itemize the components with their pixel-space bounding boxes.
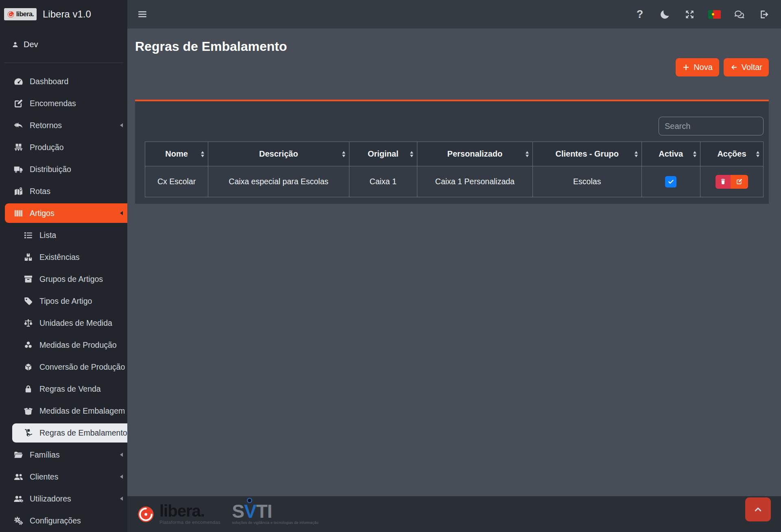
sidebar-item-tipos-de-artigo[interactable]: Tipos de Artigo (0, 290, 127, 312)
new-button[interactable]: Nova (676, 58, 719, 76)
sidebar-item-configuracoes[interactable]: Configurações (0, 510, 127, 532)
footer-libera-logo: libera. Plataforma de encomendas (136, 504, 220, 525)
footer-libera-tagline: Plataforma de encomendas (159, 520, 220, 525)
dark-mode-button[interactable] (659, 8, 671, 20)
sidebar-item-lista[interactable]: Lista (0, 224, 127, 246)
column-header-accoes[interactable]: Acções (700, 142, 763, 166)
sidebar-item-label: Retornos (30, 121, 62, 130)
sidebar-item-utilizadores[interactable]: Utilizadores (0, 488, 127, 510)
sidebar-item-unidades-de-medida[interactable]: Unidades de Medida (0, 312, 127, 334)
list-icon (23, 230, 33, 240)
box-archive-icon (23, 274, 33, 284)
users-icon (13, 472, 24, 482)
user-panel[interactable]: Dev (12, 39, 127, 50)
language-portugal-button[interactable] (708, 8, 721, 20)
sort-icon (201, 151, 204, 157)
sidebar-item-label: Produção (30, 143, 63, 152)
main-area: ? Regras de Embalamento Nova Voltar Nome… (127, 0, 781, 532)
sidebar-item-regras-de-embalamento[interactable]: Regras de Embalamento (12, 423, 127, 443)
back-button[interactable]: Voltar (724, 58, 769, 76)
sidebar-item-medidas-de-producao[interactable]: Medidas de Produção (0, 334, 127, 356)
sidebar-item-retornos[interactable]: Retornos (0, 114, 127, 136)
sidebar-item-producao[interactable]: Produção (0, 136, 127, 158)
chat-icon (734, 9, 745, 20)
cubes-icon (23, 340, 33, 350)
check-icon (667, 178, 675, 185)
rules-card: NomeDescriçãoOriginalPersonalizadoClient… (135, 100, 769, 204)
cell-activa (641, 166, 700, 197)
sidebar-item-label: Medidas de Produção (39, 340, 117, 350)
sort-icon (635, 151, 638, 157)
sidebar-item-label: Distribuição (30, 165, 71, 174)
column-header-clientes_grupo[interactable]: Clientes - Grupo (533, 142, 642, 166)
column-header-original[interactable]: Original (349, 142, 417, 166)
sidebar-item-clientes[interactable]: Clientes (0, 466, 127, 488)
sidebar-item-dashboard[interactable]: Dashboard (0, 70, 127, 92)
sidebar-item-label: Unidades de Medida (39, 318, 112, 328)
sidebar-item-conversao-de-producao[interactable]: Conversão de Produção (0, 356, 127, 378)
chevron-left-icon (120, 475, 123, 479)
footer-svti-logo: SVTI soluções de vigilância e tecnologia… (232, 504, 319, 525)
sidebar-item-rotas[interactable]: Rotas (0, 180, 127, 202)
arrow-left-icon (730, 63, 738, 71)
column-header-nome[interactable]: Nome (145, 142, 208, 166)
chevron-left-icon (120, 211, 123, 215)
sidebar-item-label: Rotas (30, 187, 50, 196)
cell-descricao: Caixa especial para Escolas (208, 166, 349, 197)
help-button[interactable]: ? (634, 8, 646, 20)
sidebar-item-label: Utilizadores (30, 494, 71, 504)
pallet-icon (13, 142, 24, 153)
column-header-personalizado[interactable]: Personalizado (417, 142, 532, 166)
hamburger-icon (137, 9, 148, 20)
libera-logo-text: libera. (16, 11, 34, 18)
box-open-icon (23, 406, 33, 416)
sidebar-item-label: Regras de Embalamento (39, 428, 127, 438)
sidebar-item-grupos-de-artigos[interactable]: Grupos de Artigos (0, 268, 127, 290)
sidebar-item-label: Medidas de Embalagem (39, 406, 125, 416)
chat-button[interactable] (733, 8, 746, 20)
footer-libera-text: libera. (159, 504, 220, 518)
sidebar-item-artigos[interactable]: Artigos (5, 203, 127, 223)
search-row (145, 117, 764, 135)
plus-icon (682, 63, 690, 71)
column-header-label: Descrição (259, 149, 298, 158)
search-input[interactable] (659, 117, 764, 135)
sort-icon (693, 151, 696, 157)
fullscreen-button[interactable] (683, 8, 696, 20)
app-title: Libera v1.0 (43, 9, 91, 20)
sidebar-item-existencias[interactable]: Existências (0, 246, 127, 268)
sort-icon (526, 151, 529, 157)
column-header-label: Clientes - Grupo (555, 149, 619, 158)
sidebar-item-regras-de-venda[interactable]: Regras de Venda (0, 378, 127, 400)
active-checkbox[interactable] (665, 176, 676, 188)
cell-original: Caixa 1 (349, 166, 417, 197)
column-header-label: Acções (717, 149, 746, 158)
lock-icon (23, 384, 33, 394)
pen-square-icon (13, 98, 24, 109)
sidebar-item-label: Famílias (30, 450, 60, 460)
sort-icon (342, 151, 345, 157)
svti-logo-text: SVTI (232, 504, 319, 519)
sidebar-item-distribuicao[interactable]: Distribuição (0, 158, 127, 180)
sidebar-item-label: Encomendas (30, 99, 76, 108)
sort-icon (410, 151, 413, 157)
sidebar-toggle-button[interactable] (137, 9, 148, 20)
edit-icon (736, 178, 743, 185)
delete-button[interactable] (716, 175, 731, 189)
logout-button[interactable] (758, 8, 770, 20)
sidebar-item-label: Grupos de Artigos (39, 275, 103, 284)
gauge-icon (13, 76, 24, 87)
edit-button[interactable] (731, 175, 748, 189)
brand: libera. Libera v1.0 (0, 0, 127, 28)
sidebar: libera. Libera v1.0 Dev DashboardEncomen… (0, 0, 127, 532)
scroll-to-top-button[interactable] (745, 497, 771, 521)
column-header-activa[interactable]: Activa (641, 142, 700, 166)
column-header-descricao[interactable]: Descrição (208, 142, 349, 166)
sidebar-item-encomendas[interactable]: Encomendas (0, 92, 127, 114)
sidebar-item-familias[interactable]: Famílias (0, 444, 127, 466)
dolly-icon (23, 428, 33, 438)
users-gear-icon (13, 494, 24, 504)
sidebar-item-medidas-de-embalagem[interactable]: Medidas de Embalagem (0, 400, 127, 422)
table-header-row: NomeDescriçãoOriginalPersonalizadoClient… (145, 142, 764, 166)
chevron-left-icon (120, 453, 123, 457)
